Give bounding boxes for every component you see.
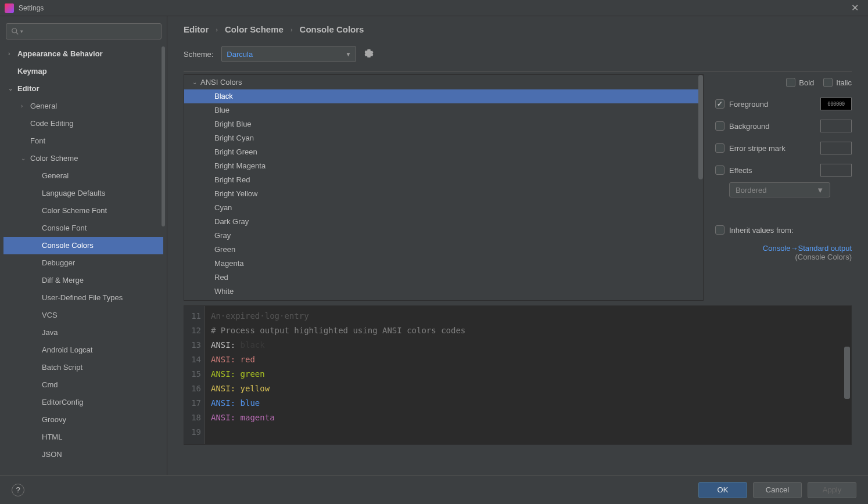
list-item[interactable]: Bright Magenta: [184, 159, 703, 173]
sidebar-item-label: Language Defaults: [42, 187, 105, 200]
sidebar-item[interactable]: ›Appearance & Behavior: [3, 45, 163, 63]
sidebar-item[interactable]: EditorConfig: [3, 394, 163, 411]
bold-checkbox[interactable]: [786, 78, 795, 87]
sidebar-item[interactable]: VCS: [3, 307, 163, 324]
chevron-down-icon: ⌄: [21, 152, 30, 165]
preview-scrollbar[interactable]: [844, 347, 850, 399]
sidebar-item[interactable]: JSON: [3, 446, 163, 463]
background-checkbox[interactable]: [715, 121, 724, 131]
sidebar-item[interactable]: Code Editing: [3, 115, 163, 132]
error-stripe-swatch[interactable]: [820, 142, 852, 154]
sidebar-item-label: Keymap: [17, 65, 47, 78]
breadcrumb: Editor › Color Scheme › Console Colors: [184, 24, 852, 34]
sidebar-item[interactable]: Font: [3, 132, 163, 150]
sidebar-item-label: Diff & Merge: [42, 274, 84, 287]
ok-button[interactable]: OK: [698, 482, 747, 498]
sidebar-item-label: Console Colors: [42, 239, 94, 252]
help-button[interactable]: ?: [12, 484, 24, 496]
preview-editor[interactable]: 111213141516171819 An·expired·log·entry#…: [184, 305, 852, 445]
list-scrollbar[interactable]: [698, 75, 703, 300]
sidebar-item[interactable]: Debugger: [3, 254, 163, 272]
code-area: An·expired·log·entry# Process output hig…: [205, 306, 851, 444]
sidebar-scrollbar[interactable]: [162, 46, 165, 226]
code-line: ANSI: green: [211, 367, 845, 381]
line-number: 19: [184, 425, 201, 440]
list-group-label: ANSI Colors: [200, 78, 242, 87]
list-item[interactable]: Cyan: [184, 201, 703, 215]
svg-line-1: [16, 33, 19, 35]
apply-button[interactable]: Apply: [808, 482, 856, 498]
sidebar-item[interactable]: ⌄Color Scheme: [3, 150, 163, 167]
list-item[interactable]: Bright Red: [184, 173, 703, 187]
sidebar-item[interactable]: Java: [3, 324, 163, 341]
list-item[interactable]: Gray: [184, 229, 703, 243]
sidebar-item-label: JSON: [42, 448, 62, 461]
inherit-sub-label: (Console Colors): [715, 253, 852, 261]
scheme-label: Scheme:: [184, 50, 213, 59]
sidebar-item-label: Java: [42, 326, 58, 339]
sidebar-item[interactable]: General: [3, 167, 163, 185]
list-item[interactable]: White: [184, 285, 703, 298]
foreground-swatch[interactable]: 000000: [820, 98, 852, 110]
chevron-down-icon: ⌄: [192, 79, 197, 85]
foreground-label: Foreground: [729, 100, 816, 109]
sidebar-item[interactable]: HTML: [3, 429, 163, 446]
foreground-checkbox[interactable]: [715, 99, 724, 109]
sidebar-item-label: Cmd: [42, 379, 58, 391]
sidebar-item[interactable]: Console Font: [3, 219, 163, 237]
sidebar-item[interactable]: ›General: [3, 98, 163, 115]
code-line: ANSI: magenta: [211, 411, 845, 425]
sidebar-item[interactable]: Cmd: [3, 376, 163, 394]
list-item[interactable]: Blue: [184, 103, 703, 117]
gutter: 111213141516171819: [184, 306, 205, 444]
sidebar-item[interactable]: User-Defined File Types: [3, 289, 163, 307]
list-item[interactable]: Magenta: [184, 257, 703, 271]
line-number: 14: [184, 352, 201, 367]
italic-label: Italic: [836, 78, 852, 87]
effects-swatch[interactable]: [820, 164, 852, 177]
sidebar-item[interactable]: Color Scheme Font: [3, 202, 163, 219]
sidebar-item[interactable]: Language Defaults: [3, 185, 163, 202]
search-dropdown-icon: ▾: [20, 28, 23, 34]
sidebar-item[interactable]: Android Logcat: [3, 341, 163, 359]
search-input[interactable]: ▾: [6, 23, 162, 39]
close-icon[interactable]: ✕: [847, 2, 863, 13]
sidebar-item[interactable]: Console Colors: [3, 237, 163, 254]
sidebar-item-label: Appearance & Behavior: [17, 48, 103, 60]
effects-checkbox[interactable]: [715, 165, 724, 175]
inherit-link[interactable]: Console→Standard output: [715, 244, 852, 253]
italic-checkbox[interactable]: [823, 78, 833, 87]
inherit-checkbox[interactable]: [715, 225, 724, 235]
list-item[interactable]: Red: [184, 271, 703, 285]
list-item[interactable]: Dark Gray: [184, 215, 703, 229]
list-item[interactable]: Bright Yellow: [184, 187, 703, 201]
sidebar-item[interactable]: Batch Script: [3, 359, 163, 376]
gear-icon[interactable]: [364, 49, 374, 60]
effects-value: Bordered: [736, 186, 766, 195]
list-item[interactable]: Black: [184, 89, 703, 103]
sidebar-item[interactable]: Groovy: [3, 411, 163, 429]
chevron-right-icon: ›: [8, 48, 17, 60]
scheme-value: Darcula: [227, 50, 253, 59]
breadcrumb-item[interactable]: Editor: [184, 24, 209, 34]
sidebar-item-label: Font: [30, 135, 45, 147]
code-line: An·expired·log·entry: [211, 309, 845, 323]
list-item[interactable]: Bright Green: [184, 145, 703, 159]
breadcrumb-item[interactable]: Color Scheme: [225, 24, 284, 34]
sidebar-item-label: Batch Script: [42, 361, 83, 374]
list-item[interactable]: Bright Blue: [184, 117, 703, 131]
list-item[interactable]: Bright Cyan: [184, 131, 703, 145]
code-line: ANSI: red: [211, 352, 845, 367]
sidebar-item[interactable]: Keymap: [3, 63, 163, 80]
cancel-button[interactable]: Cancel: [753, 482, 802, 498]
background-swatch[interactable]: [820, 120, 852, 132]
effects-select[interactable]: Bordered ▼: [729, 182, 830, 197]
color-list[interactable]: ⌄ ANSI Colors BlackBlueBright BlueBright…: [184, 74, 704, 301]
sidebar-item[interactable]: ⌄Editor: [3, 80, 163, 98]
list-group-header[interactable]: ⌄ ANSI Colors: [184, 75, 703, 89]
sidebar-item[interactable]: Diff & Merge: [3, 272, 163, 289]
sidebar-item-label: Console Font: [42, 222, 87, 235]
list-item[interactable]: Green: [184, 243, 703, 257]
error-stripe-checkbox[interactable]: [715, 143, 724, 153]
scheme-select[interactable]: Darcula ▼: [221, 46, 356, 62]
